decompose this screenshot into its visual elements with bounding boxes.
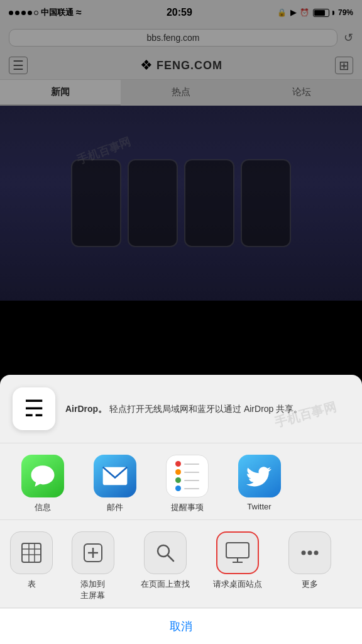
rd-orange (175, 469, 181, 475)
app-item-mail[interactable]: 邮件 (79, 455, 151, 513)
rline-2 (184, 472, 199, 473)
page-wrapper: 中国联通 ≈ 20:59 🔒 ▶ ⏰ 79% bbs.feng.com ↺ ☰ … (0, 0, 362, 644)
reminders-row-2 (175, 469, 199, 475)
svg-rect-1 (22, 543, 41, 562)
svg-point-16 (314, 551, 318, 555)
reminders-row-3 (175, 477, 199, 483)
partial-icon (10, 531, 53, 574)
rline-3 (184, 480, 199, 481)
find-label: 在页面上查找 (141, 579, 190, 590)
app-item-messages[interactable]: 信息 (6, 455, 79, 513)
rd-green (175, 477, 181, 483)
rd-red (175, 461, 181, 467)
mail-label: 邮件 (107, 502, 123, 513)
reminders-row-1 (175, 461, 199, 467)
twitter-icon (238, 455, 281, 497)
rline-1 (184, 464, 199, 465)
mail-icon (94, 455, 136, 497)
rd-blue (175, 486, 181, 491)
add-home-svg (82, 541, 104, 564)
more-icon (288, 531, 331, 574)
airdrop-title: AirDrop。 (65, 404, 107, 414)
airdrop-section: ☴ AirDrop。 轻点打开无线局域网和蓝牙以通过 AirDrop 共享。 手… (0, 375, 362, 443)
share-sheet: ☴ AirDrop。 轻点打开无线局域网和蓝牙以通过 AirDrop 共享。 手… (0, 375, 362, 644)
svg-point-14 (301, 551, 305, 555)
svg-line-10 (168, 555, 173, 561)
add-home-label: 添加到 主屏幕 (80, 579, 105, 601)
app-item-twitter[interactable]: Twitter (223, 455, 295, 511)
cancel-button[interactable]: 取消 (0, 608, 362, 644)
add-home-icon (72, 531, 114, 574)
airdrop-icon: ☴ (24, 396, 44, 422)
action-item-find[interactable]: 在页面上查找 (129, 531, 201, 590)
desktop-icon (216, 531, 259, 574)
action-item-partial[interactable]: 表 (6, 531, 57, 590)
find-svg (154, 541, 177, 564)
app-item-reminders[interactable]: 提醒事项 (151, 455, 223, 513)
partial-label: 表 (28, 579, 36, 590)
airdrop-icon-wrapper: ☴ (13, 387, 55, 430)
actions-row: 表 添加到 主屏幕 (0, 520, 362, 608)
find-icon (144, 531, 187, 574)
reminders-label: 提醒事项 (171, 502, 204, 513)
mail-svg (102, 465, 128, 487)
reminders-row-4 (175, 486, 199, 491)
messages-icon (21, 455, 64, 497)
rline-4 (184, 488, 199, 489)
action-item-add-home[interactable]: 添加到 主屏幕 (57, 531, 129, 601)
reminders-icon (166, 455, 209, 497)
more-svg (299, 541, 321, 564)
airdrop-description: 轻点打开无线局域网和蓝牙以通过 AirDrop 共享。 (109, 404, 302, 414)
messages-svg (30, 463, 56, 489)
airdrop-text: AirDrop。 轻点打开无线局域网和蓝牙以通过 AirDrop 共享。 (65, 402, 302, 416)
svg-rect-11 (226, 543, 249, 558)
desktop-svg (225, 541, 250, 564)
more-label: 更多 (302, 579, 318, 590)
twitter-svg (246, 463, 273, 489)
twitter-label: Twitter (247, 502, 271, 511)
action-item-desktop[interactable]: 请求桌面站点 (201, 531, 273, 590)
messages-label: 信息 (35, 502, 51, 513)
desktop-label: 请求桌面站点 (213, 579, 262, 590)
reminders-dots (170, 456, 204, 496)
svg-point-15 (307, 551, 312, 555)
table-svg (20, 541, 43, 564)
action-item-more[interactable]: 更多 (273, 531, 346, 590)
apps-row: 信息 邮件 (0, 443, 362, 520)
